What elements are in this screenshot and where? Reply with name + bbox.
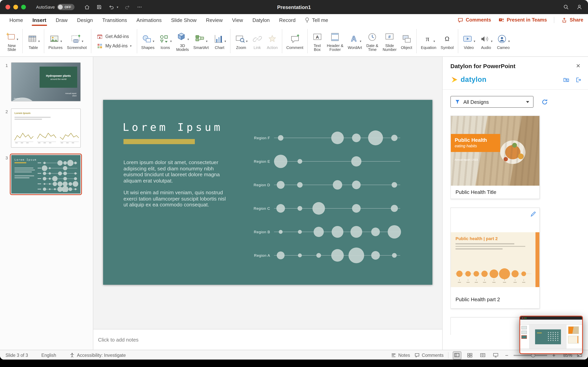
tab-review[interactable]: Review — [201, 14, 227, 26]
view-slide-sorter-button[interactable] — [466, 351, 474, 359]
chevron-down-icon: ▾ — [508, 40, 510, 43]
link-icon — [252, 34, 263, 44]
designs-filter-dropdown[interactable]: All Designs — [450, 96, 534, 108]
tab-home[interactable]: Home — [5, 14, 28, 26]
ribbon-item-equation[interactable]: ▾Equation — [419, 33, 438, 50]
tab-record[interactable]: Record — [274, 14, 300, 26]
ribbon-item-date-time[interactable]: Date &Time — [364, 30, 380, 52]
autosave-toggle[interactable]: AutoSave OFF — [36, 4, 74, 10]
ribbon-item-slide-number[interactable]: SlideNumber — [380, 30, 399, 52]
more-commands-icon[interactable] — [136, 4, 143, 10]
design-card-public-health-title[interactable]: Public Health eating habits Annual repor… — [450, 116, 540, 199]
comments-button[interactable]: Comments — [458, 17, 491, 23]
shapes-icon — [141, 34, 152, 44]
browse-designs-icon[interactable] — [563, 76, 570, 83]
tell-me-button[interactable]: Tell me — [300, 14, 332, 26]
slide-thumbnail-3-selected[interactable]: Lorem Ipsum — [11, 155, 81, 194]
ribbon-item-table[interactable]: ▾Table — [25, 33, 42, 50]
chevron-down-icon: ▾ — [153, 40, 154, 43]
svg-text:Region D: Region D — [254, 183, 270, 187]
ribbon-item-smartart[interactable]: ▾SmartArt — [191, 33, 211, 50]
ribbon-item-new-slide[interactable]: ▾NewSlide — [3, 30, 20, 52]
close-panel-button[interactable]: ✕ — [575, 62, 582, 69]
ribbon-item-chart[interactable]: ▾Chart — [211, 33, 228, 50]
sign-out-icon[interactable] — [575, 76, 582, 83]
accessibility-icon — [69, 352, 75, 358]
ribbon-item-label: Object — [401, 46, 412, 50]
slide-thumbnail-2[interactable]: Lorem Ipsum — [11, 108, 81, 148]
ribbon-item-zoom[interactable]: ▾Zoom — [232, 33, 250, 50]
ribbon-item-comment[interactable]: Comment — [284, 33, 306, 50]
ribbon-item-object[interactable]: Object — [399, 33, 414, 50]
language-button[interactable]: English — [41, 353, 56, 358]
thumb3-textline — [15, 170, 35, 170]
fullscreen-window-button[interactable] — [21, 5, 26, 9]
ribbon-item-symbol[interactable]: Symbol — [438, 33, 456, 50]
tab-datylon[interactable]: Datylon — [248, 14, 274, 26]
slide-number-icon — [384, 32, 395, 42]
slideshow-icon — [493, 352, 499, 358]
view-slideshow-button[interactable] — [491, 351, 500, 359]
titlebar: AutoSave OFF ▾ Presentation1 — [0, 0, 588, 14]
home-icon[interactable] — [84, 4, 90, 10]
share-button-label: Share — [570, 17, 583, 23]
ribbon-item-icons[interactable]: ▾Icons — [157, 33, 174, 50]
chevron-down-icon: ▾ — [38, 40, 40, 43]
ribbon-item-video[interactable]: ▾Video — [460, 33, 477, 50]
undo-menu-caret[interactable]: ▾ — [117, 5, 118, 9]
design-card-2-textline — [455, 246, 525, 247]
tab-view[interactable]: View — [227, 14, 248, 26]
ribbon-item-action: Action — [264, 33, 280, 50]
undo-icon[interactable] — [108, 4, 114, 10]
design-card-public-health-part-2[interactable]: Public health | part 2 Public Health par… — [450, 208, 540, 309]
refresh-designs-button[interactable] — [541, 99, 548, 105]
slide-thumbnail-1[interactable]: Hydropower plants around the world Annua… — [11, 62, 81, 101]
tab-slide-show[interactable]: Slide Show — [166, 14, 201, 26]
view-reading-button[interactable] — [478, 351, 487, 359]
save-icon[interactable] — [96, 4, 102, 10]
ribbon-item-text-box[interactable]: TextBox — [310, 30, 325, 52]
accessibility-status[interactable]: Accessibility: Investigate — [69, 352, 126, 358]
ribbon-item-header-footer[interactable]: Header &Footer — [325, 30, 346, 52]
thumb2-textline — [15, 119, 42, 120]
tab-transitions[interactable]: Transitions — [98, 14, 132, 26]
floating-preview-window[interactable] — [520, 316, 583, 354]
slide-canvas[interactable]: Lorem Ipsum Lorem ipsum dolor sit amet, … — [103, 100, 432, 285]
ribbon-item-wordart[interactable]: ▾WordArt — [346, 33, 364, 50]
tab-insert[interactable]: Insert — [28, 14, 51, 26]
ribbon-group-separator — [136, 29, 137, 53]
view-normal-button[interactable] — [452, 351, 461, 359]
canvas-area[interactable]: Lorem Ipsum Lorem ipsum dolor sit amet, … — [93, 57, 442, 329]
comments-button-label: Comments — [466, 17, 491, 23]
zoom-slider[interactable] — [513, 355, 547, 356]
thumb1-title-block: Hydropower plants around the world — [40, 67, 77, 88]
minimize-window-button[interactable] — [13, 5, 18, 9]
object-icon — [401, 34, 412, 44]
ribbon-item-get-add-ins[interactable]: Get Add-ins — [96, 33, 132, 40]
notes-area[interactable]: Click to add notes — [93, 329, 442, 350]
ribbon-item-models-3d[interactable]: ▾3DModels — [174, 30, 191, 52]
ribbon-item-cameo[interactable]: ▾Cameo — [495, 33, 512, 50]
share-button[interactable]: Share — [562, 17, 583, 23]
notes-button[interactable]: Notes — [391, 352, 410, 358]
autosave-state: OFF — [65, 5, 71, 9]
tab-draw[interactable]: Draw — [51, 14, 72, 26]
ribbon-item-my-add-ins[interactable]: My Add-ins▾ — [96, 42, 132, 49]
close-window-button[interactable] — [6, 5, 10, 9]
zoom-out-button[interactable]: − — [504, 352, 509, 358]
autosave-switch[interactable]: OFF — [57, 4, 74, 10]
pip-traffic-light — [525, 318, 526, 319]
search-icon[interactable] — [563, 4, 569, 10]
ribbon-item-audio[interactable]: ▾Audio — [477, 33, 495, 50]
profile-icon[interactable] — [576, 4, 582, 10]
slide-bubble-chart[interactable]: Region FRegion ERegion DRegion CRegion B… — [103, 100, 432, 285]
ribbon-item-label: Comment — [286, 46, 303, 50]
tab-animations[interactable]: Animations — [132, 14, 166, 26]
ribbon-item-screenshot[interactable]: ▾Screenshot — [65, 33, 89, 50]
tab-design[interactable]: Design — [72, 14, 98, 26]
comments-status-button[interactable]: Comments — [414, 352, 443, 358]
edit-design-icon[interactable] — [530, 211, 536, 217]
ribbon-item-pictures[interactable]: ▾Pictures — [46, 33, 65, 50]
ribbon-item-shapes[interactable]: ▾Shapes — [139, 33, 157, 50]
present-in-teams-button[interactable]: T Present in Teams — [498, 17, 547, 23]
